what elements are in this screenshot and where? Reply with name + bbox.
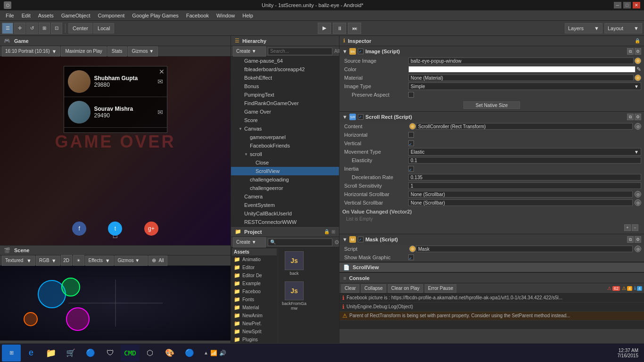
taskbar-clock[interactable]: 12:37 AM 7/16/2015 <box>614 348 643 358</box>
layers-dropdown[interactable]: Layers ▼ <box>565 23 603 33</box>
image-section-copy-btn[interactable]: ⧉ <box>627 48 634 55</box>
taskbar-cmd[interactable]: CMD <box>121 345 140 362</box>
project-folder-item[interactable]: 📁Material <box>232 304 277 312</box>
effects-dropdown[interactable]: Effects ▼ <box>85 255 114 266</box>
hierarchy-item[interactable]: Bonus <box>231 82 339 90</box>
menu-facebook[interactable]: Facebook <box>182 12 213 19</box>
remove-event-button[interactable]: − <box>632 224 638 231</box>
image-section-header[interactable]: ▼ Im Image (Script) ⧉ ⚙ <box>339 46 644 57</box>
menu-window[interactable]: Window <box>213 12 239 19</box>
horizontal-checkbox[interactable] <box>408 132 414 138</box>
horiz-scrollbar-select-btn[interactable]: ◎ <box>635 191 641 197</box>
taskbar-shield[interactable]: 🛡 <box>101 345 120 362</box>
pause-button[interactable]: ⏸ <box>333 23 346 34</box>
source-image-select-btn[interactable]: ◎ <box>635 58 641 64</box>
console-entry-3[interactable]: ⚠ Parent of RectTransform is being set w… <box>339 312 644 321</box>
stats-button[interactable]: Stats <box>107 46 127 57</box>
hierarchy-item[interactable]: ▼scroll <box>231 150 339 158</box>
scene-all-dropdown[interactable]: ⊕ All <box>149 255 167 266</box>
inspector-lock-icon[interactable]: 🔒 <box>635 38 640 43</box>
elasticity-value[interactable]: 0.1 <box>408 157 641 164</box>
console-entry-2[interactable]: ℹ UnityEngine.Debug:Log(Object) <box>339 303 644 312</box>
hierarchy-item[interactable]: BokehEffect <box>231 74 339 82</box>
hierarchy-item[interactable]: FindRankOnGameOver <box>231 99 339 107</box>
image-section-settings-btn[interactable]: ⚙ <box>635 48 641 55</box>
project-folder-item[interactable]: 📁NewAnim <box>232 312 277 320</box>
hierarchy-item[interactable]: UnityCallBackUserId <box>231 209 339 218</box>
taskbar-chrome[interactable]: 🔵 <box>81 345 100 362</box>
add-event-button[interactable]: + <box>624 224 631 231</box>
start-button[interactable]: ⊞ <box>2 345 21 362</box>
game-ratio-dropdown[interactable]: 16:10 Portrait (10:16) ▼ <box>2 46 60 57</box>
hierarchy-item[interactable]: gameoverpanel <box>231 133 339 141</box>
local-toggle-button[interactable]: Local <box>93 23 114 33</box>
minimize-button[interactable]: ─ <box>614 2 621 8</box>
scale-tool-button[interactable]: ⊞ <box>39 23 50 34</box>
hierarchy-item[interactable]: Game-pause_64 <box>231 57 339 65</box>
script-select-btn[interactable]: ◎ <box>635 246 641 252</box>
textured-dropdown[interactable]: Textured ▼ <box>2 255 35 266</box>
mask-section-checkbox[interactable] <box>358 237 363 242</box>
rgb-dropdown[interactable]: RGB ▼ <box>36 255 60 266</box>
sun-icon[interactable]: ☀ <box>73 255 84 266</box>
preserve-aspect-checkbox[interactable] <box>408 92 414 98</box>
mask-section-header[interactable]: ▼ M Mask (Script) ⧉ ⚙ <box>339 234 644 245</box>
asset-item[interactable]: JsbackFromGamw <box>280 280 308 313</box>
collapse-button[interactable]: Collapse <box>361 284 386 293</box>
step-button[interactable]: ⏭ <box>348 23 361 34</box>
project-folder-item[interactable]: 📁NewSprit <box>232 328 277 336</box>
project-search-input[interactable] <box>268 239 332 246</box>
maximize-on-play-button[interactable]: Maximize on Play <box>61 46 106 57</box>
hierarchy-item[interactable]: ScrollView <box>231 167 339 175</box>
play-button[interactable]: ▶ <box>318 23 331 34</box>
scroll-rect-settings-btn[interactable]: ⚙ <box>635 114 641 120</box>
hierarchy-item[interactable]: Close <box>231 158 339 167</box>
close-button[interactable]: ✕ <box>633 2 640 8</box>
content-select-btn[interactable]: ◎ <box>635 123 641 130</box>
movement-type-dropdown[interactable]: Elastic ▼ <box>408 148 641 156</box>
scroll-rect-checkbox[interactable] <box>358 114 363 120</box>
maximize-button[interactable]: □ <box>623 2 631 8</box>
set-native-size-button[interactable]: Set Native Size <box>463 101 520 109</box>
project-folder-item[interactable]: 📁Editor <box>232 263 277 272</box>
menu-google-play[interactable]: Google Play Games <box>128 12 182 19</box>
menu-help[interactable]: Help <box>239 12 257 19</box>
mask-copy-btn[interactable]: ⧉ <box>627 236 634 243</box>
hierarchy-item[interactable]: EventSystem <box>231 201 339 209</box>
taskbar-ie[interactable]: e <box>22 345 41 362</box>
error-pause-button[interactable]: Error Pause <box>425 284 456 293</box>
2d-toggle[interactable]: 2D <box>61 255 72 266</box>
project-folder-item[interactable]: 📁Editor De <box>232 272 277 280</box>
hierarchy-item[interactable]: PumpingText <box>231 90 339 99</box>
player1-mail-icon[interactable]: ✉ <box>157 78 163 85</box>
content-go-btn[interactable]: ◎ <box>409 123 416 130</box>
hierarchy-item[interactable]: Camera <box>231 192 339 201</box>
taskbar-store[interactable]: 🛒 <box>61 345 80 362</box>
image-section-checkbox[interactable] <box>358 49 363 54</box>
close-card-button[interactable]: ✕ <box>159 68 165 75</box>
deceleration-value[interactable]: 0.135 <box>408 174 641 181</box>
project-folder-item[interactable]: 📁Faceboo <box>232 288 277 296</box>
project-folder-item[interactable]: 📁Plugins <box>232 336 277 344</box>
scroll-rect-copy-btn[interactable]: ⧉ <box>627 114 634 120</box>
scroll-sensitivity-value[interactable]: 1 <box>408 182 641 189</box>
clear-on-play-button[interactable]: Clear on Play <box>388 284 423 293</box>
hierarchy-create-dropdown[interactable]: Create ▼ <box>233 46 266 57</box>
facebook-button[interactable]: f <box>72 222 86 236</box>
material-select-btn[interactable]: ◎ <box>635 74 641 81</box>
script-go-btn[interactable]: ◎ <box>409 246 416 252</box>
hierarchy-item[interactable]: challengeloading <box>231 175 339 184</box>
clear-button[interactable]: Clear <box>341 284 359 293</box>
project-search-options[interactable]: ⚙ <box>334 239 339 246</box>
color-picker-icon[interactable]: ✎ <box>636 66 641 73</box>
asset-item[interactable]: Jsback <box>280 249 308 278</box>
project-folder-item[interactable]: 📁Animatio <box>232 255 277 263</box>
menu-assets[interactable]: Assets <box>34 12 58 19</box>
vert-scrollbar-select-btn[interactable]: ◎ <box>635 199 641 206</box>
hierarchy-item[interactable]: FacebookFriends <box>231 141 339 150</box>
menu-file[interactable]: File <box>2 12 18 19</box>
taskbar-explorer[interactable]: 📁 <box>41 345 60 362</box>
rotate-tool-button[interactable]: ↺ <box>26 23 38 34</box>
taskbar-ball[interactable]: 🔵 <box>180 345 199 362</box>
center-toggle-button[interactable]: Center <box>68 23 92 33</box>
